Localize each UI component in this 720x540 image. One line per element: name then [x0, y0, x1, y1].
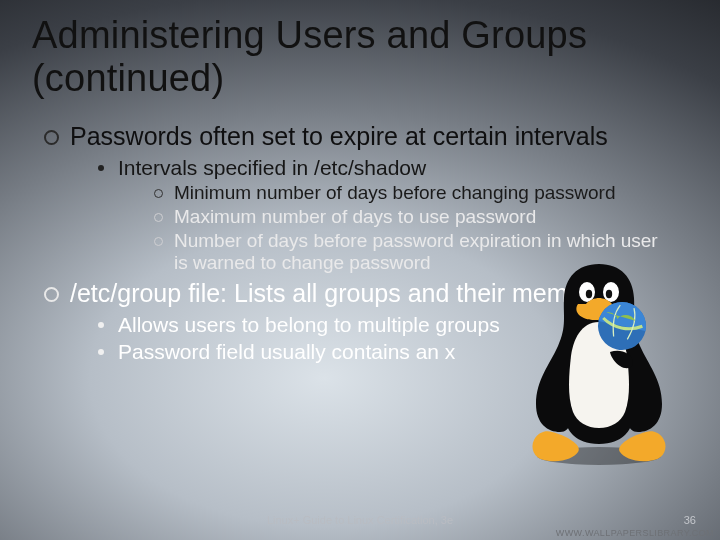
- bullet-text: Maximum number of days to use password: [174, 206, 536, 227]
- bullet-level3: Maximum number of days to use password: [152, 206, 660, 229]
- slide: Administering Users and Groups (continue…: [0, 0, 720, 540]
- bullet-text: Intervals specified in /etc/shadow: [118, 156, 426, 179]
- bullet-text: Allows users to belong to multiple group…: [118, 313, 500, 336]
- bullet-text: Number of days before password expiratio…: [174, 230, 658, 274]
- footer-center-text: Linux+ Guide to Linux Certification, 3e: [0, 514, 720, 526]
- bullet-text: Password field usually contains an x: [118, 340, 455, 363]
- slide-title: Administering Users and Groups (continue…: [32, 14, 680, 99]
- bullet-level3: Number of days before password expiratio…: [152, 230, 660, 276]
- bullet-level3: Minimum number of days before changing p…: [152, 182, 660, 205]
- bullet-level1: Passwords often set to expire at certain…: [38, 122, 660, 275]
- bullet-level2: Allows users to belong to multiple group…: [94, 312, 660, 337]
- slide-body: Passwords often set to expire at certain…: [38, 122, 660, 368]
- bullet-text: Passwords often set to expire at certain…: [70, 122, 608, 150]
- watermark-text: WWW.WALLPAPERSLIBRARY.COM: [556, 528, 714, 538]
- bullet-level2: Password field usually contains an x: [94, 339, 660, 364]
- bullet-text: /etc/group file: Lists all groups and th…: [70, 279, 616, 307]
- bullet-level1: /etc/group file: Lists all groups and th…: [38, 279, 660, 364]
- svg-point-0: [537, 447, 661, 465]
- page-number: 36: [684, 514, 696, 526]
- bullet-level2: Intervals specified in /etc/shadow Minim…: [94, 155, 660, 275]
- bullet-text: Minimum number of days before changing p…: [174, 182, 615, 203]
